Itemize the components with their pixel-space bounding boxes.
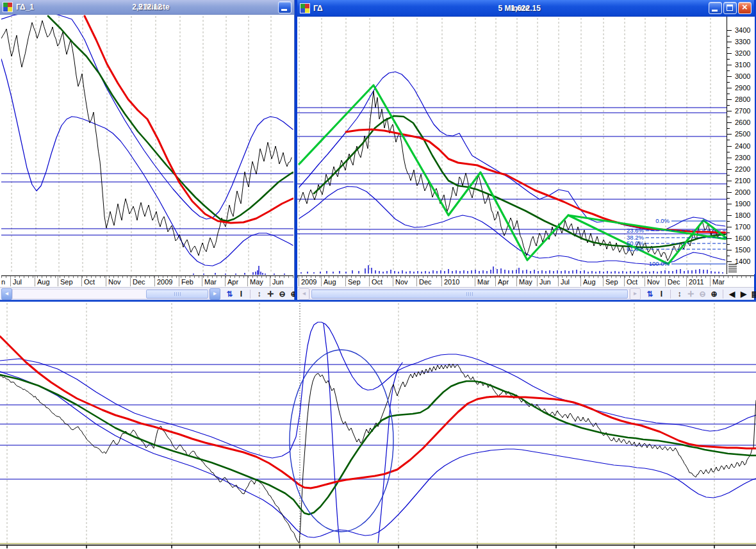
- x-axis-label: Jul: [561, 278, 570, 286]
- ma-fast-series: [0, 375, 756, 514]
- x-axis-label: Sep: [348, 278, 361, 286]
- y-axis-minor-tick: [727, 36, 730, 37]
- x-axis-tick: [345, 276, 346, 286]
- x-axis-tick: [558, 276, 559, 286]
- chart-window-right: ΓΔ 1,622.15 5 Minute 0.0%23.6%38.2%50.0%…: [295, 0, 756, 301]
- y-axis-tick: [727, 65, 732, 65]
- zigzag-series: [299, 85, 727, 264]
- x-axis-label: May: [250, 278, 263, 286]
- zoom-in-tool-icon[interactable]: ⊕: [709, 290, 719, 299]
- right-chart-toolbar: ⇅I↕✛⊖⊕◀▶▤: [645, 290, 756, 299]
- y-axis-minor-tick: [727, 256, 730, 256]
- y-axis-label: 3400: [735, 26, 750, 34]
- right-window-bottom-bar: ◂ ▸ ⇅I↕✛⊖⊕◀▶▤: [297, 287, 754, 300]
- y-axis-label: 1800: [735, 211, 750, 219]
- y-axis-label: 2400: [735, 142, 750, 150]
- y-axis-label: 1400: [735, 258, 750, 265]
- y-axis-minor-tick: [727, 82, 730, 83]
- prev-tool-icon[interactable]: ◀: [727, 290, 737, 299]
- y-axis-minor-tick: [727, 244, 730, 245]
- x-axis-left: nJulAugSepOctNovDec2009FebMarAprMayJun: [1, 275, 293, 288]
- refresh-tool-icon[interactable]: ⇅: [645, 290, 655, 299]
- x-axis-label: Sep: [60, 278, 73, 286]
- bottom-chart-canvas[interactable]: [0, 302, 756, 549]
- y-axis-label: 3000: [735, 72, 750, 80]
- y-axis-minor-tick: [727, 94, 730, 94]
- scrollbar-thumb[interactable]: [146, 290, 208, 299]
- x-axis-tick: [475, 276, 475, 286]
- y-axis-label: 2600: [735, 119, 750, 126]
- x-axis-tick: [321, 276, 322, 286]
- price-series: [299, 91, 724, 261]
- pan-tool-icon[interactable]: ✛: [686, 290, 696, 299]
- x-axis-right: 2009AugSepOctNovDec2010MarAprMayJunJulAu…: [297, 275, 754, 288]
- price-series: [0, 364, 756, 543]
- bollinger-lower-series: [299, 186, 725, 265]
- y-axis-label: 3300: [735, 38, 750, 45]
- close-button[interactable]: [738, 2, 752, 14]
- ma-fast-series: [48, 16, 293, 221]
- chart-app-icon: [3, 2, 13, 12]
- x-axis-label: Oct: [372, 278, 382, 286]
- refresh-tool-icon[interactable]: ⇅: [224, 290, 235, 299]
- vertical-scale-tool-icon[interactable]: ↕: [254, 290, 265, 299]
- scroll-right-button[interactable]: ▸: [630, 288, 641, 300]
- title-bar-left[interactable]: ΓΔ_1 2,212.12 5 Minute: [0, 0, 294, 15]
- pan-tool-icon[interactable]: ✛: [265, 290, 276, 299]
- fib-level-label: 100.0%: [649, 260, 670, 267]
- x-axis-tick: [10, 276, 11, 286]
- x-axis-tick: [393, 276, 393, 286]
- scroll-left-button[interactable]: ◂: [1, 288, 12, 300]
- left-chart-toolbar: ⇅I↕✛⊖⊕: [224, 290, 299, 299]
- zoom-out-tool-icon[interactable]: ⊖: [697, 290, 708, 299]
- x-axis-label: Jul: [13, 278, 22, 286]
- x-axis-tick: [416, 276, 417, 286]
- x-axis-label: Apr: [227, 278, 238, 286]
- toolbar-separator: [250, 290, 251, 299]
- x-axis-label: Aug: [324, 278, 336, 286]
- x-axis-label: n: [1, 278, 5, 286]
- y-axis-label: 1900: [735, 200, 750, 208]
- scrollbar-track[interactable]: [12, 289, 210, 299]
- y-axis-tick: [727, 215, 732, 216]
- y-axis-tick: [727, 261, 732, 262]
- x-axis-tick: [624, 276, 625, 286]
- scroll-left-button[interactable]: ◂: [299, 288, 309, 300]
- vertical-scale-tool-icon[interactable]: ↕: [674, 290, 685, 299]
- y-axis-tick: [727, 204, 732, 204]
- x-axis-label: Oct: [84, 278, 95, 286]
- y-axis-minor-tick: [727, 152, 730, 152]
- zoom-out-tool-icon[interactable]: ⊖: [277, 290, 288, 299]
- left-chart-canvas[interactable]: [1, 15, 293, 275]
- y-axis-tick: [727, 181, 732, 181]
- next-tool-icon[interactable]: ▶: [738, 290, 749, 299]
- title-bar-right[interactable]: ΓΔ 1,622.15 5 Minute: [297, 0, 754, 17]
- fib-level-label: 0.0%: [655, 217, 670, 224]
- fib-level-label: 23.6%: [627, 227, 644, 234]
- y-axis-tick: [727, 192, 732, 193]
- price-axis[interactable]: 3400330032003100300029002800270026002500…: [727, 17, 755, 274]
- minimize-button[interactable]: [709, 2, 722, 14]
- minimize-button[interactable]: [278, 1, 292, 13]
- x-axis-label: May: [519, 278, 532, 286]
- cursor-tool-icon[interactable]: I: [236, 290, 247, 299]
- scrollbar-thumb[interactable]: [311, 290, 628, 299]
- x-axis-tick: [710, 276, 711, 286]
- maximize-button[interactable]: [723, 2, 737, 14]
- chart-app-icon: [300, 3, 310, 13]
- ma-slow-series: [0, 336, 756, 488]
- cursor-tool-icon[interactable]: I: [656, 290, 667, 299]
- scrollbar-track[interactable]: [309, 289, 630, 299]
- y-axis-minor-tick: [727, 198, 730, 199]
- y-axis-tick: [727, 53, 732, 54]
- x-axis-tick: [270, 276, 270, 286]
- x-axis-tick: [603, 276, 604, 286]
- y-axis-minor-tick: [727, 186, 730, 187]
- y-axis-minor-tick: [727, 47, 730, 48]
- right-chart-canvas[interactable]: 0.0%23.6%38.2%50.0%61.8%100.0%: [297, 17, 727, 274]
- x-axis-tick: [154, 276, 155, 286]
- chart-window-left: ΓΔ_1 2,212.12 5 Minute nJulAugSepOctNovD…: [0, 0, 295, 301]
- list-tool-icon[interactable]: ▤: [750, 290, 756, 299]
- y-axis-tick: [727, 134, 732, 135]
- scroll-right-button[interactable]: ▸: [210, 288, 220, 300]
